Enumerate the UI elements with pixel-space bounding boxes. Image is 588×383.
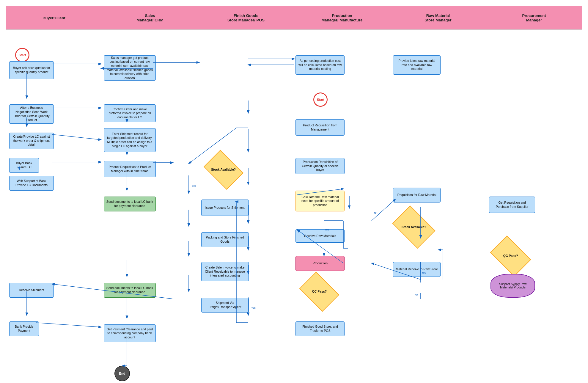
prod-req-certain-box: Production Requisition of Certain Quanit… [295, 158, 345, 174]
supplier-supply-cylinder: Supplier Sypply Raw Materials/ Products [490, 274, 535, 298]
stock-diamond2: Stock Available? [396, 214, 432, 240]
stock-diamond1: Stock Available? [207, 158, 240, 182]
shipment-via-box: Shipment Via Fraight/Transport Agent [201, 298, 249, 313]
bank-payment-box: Bank Provide Payment [9, 321, 39, 336]
sale-invoice-box: Create Sale Invoice to make Client Recei… [201, 262, 249, 281]
enter-shipment-box: Enter Shipment record for targeted produ… [104, 128, 156, 152]
after-biz-box: After a Business Negotiation Send Work O… [9, 104, 54, 124]
sales-costing-box: Sales manager get product costing based … [104, 55, 156, 81]
supplier-supply-shape: Supplier Sypply Raw Materials/ Products [490, 274, 535, 298]
lane-header-production: ProductionManager/ Manufacture [294, 6, 390, 30]
with-bank-box: With Support of Bank Provide LC Document… [9, 176, 54, 191]
req-raw-box: Requisition for Raw Material [393, 188, 441, 203]
lane-rawmat: Provide latest raw material rate and ava… [390, 30, 486, 375]
start-circle-production: Start [313, 92, 328, 107]
lane-header-sales: SalesManager/ CRM [102, 6, 198, 30]
swimlane-body: Start Buyer ask price quetion for specif… [6, 30, 582, 375]
start-circle-buyer: Start [15, 48, 29, 62]
get-req-box: Get Requisition and Purchase from Suppli… [489, 197, 535, 213]
create-lc-box: Create/Provide LC against the work order… [9, 133, 54, 149]
diagram-container: Buyer/Client SalesManager/ CRM Finish Go… [0, 0, 588, 383]
receive-raw-box: Receive Raw Materials [295, 229, 345, 243]
lane-header-rawmat: Raw MaterialStore Manager [390, 6, 486, 30]
swimlane-header-row: Buyer/Client SalesManager/ CRM Finish Go… [6, 6, 582, 30]
prod-req-mgmt-box: Product Requisition from Management [295, 119, 345, 136]
qc-diamond1-text: QC Pass? [312, 290, 327, 294]
material-receive-box: Material Receive to Raw Store [393, 262, 441, 277]
lane-buyer: Start Buyer ask price quetion for specif… [6, 30, 102, 375]
lane-header-procurement: ProcurementManager [486, 6, 582, 30]
product-req-sales-box: Product Requisition to Product Manager w… [104, 161, 156, 177]
receive-shipment-box: Receive Shipment [9, 283, 54, 298]
calc-raw-box: Calculate the Raw material need for spec… [295, 191, 345, 211]
stock-diamond1-text: Stock Available? [211, 168, 236, 172]
qc-diamond1: QC Pass? [303, 280, 336, 304]
confirm-order-box: Confirm Order and make proforma invoice … [104, 104, 156, 122]
lane-finish: Stock Available? Issue Products for Ship… [198, 30, 294, 375]
stock-diamond2-text: Stock Available? [402, 225, 426, 229]
get-payment-box: Get Payment Clearance and paid to corres… [104, 324, 156, 342]
qc-diamond2: QC Pass? [493, 244, 528, 268]
issue-products-box: Issue Products for Shipment [201, 200, 249, 216]
send-docs2-box: Send documents to local LC bank for paym… [104, 283, 156, 298]
send-docs1-box: Send documents to local LC bank for paym… [104, 197, 156, 211]
lane-header-buyer: Buyer/Client [6, 6, 102, 30]
lane-procurement: Get Requisition and Purchase from Suppli… [486, 30, 582, 375]
buyer-ask-box: Buyer ask price quetion for specific qua… [9, 61, 54, 79]
qc-diamond2-text: QC Pass? [503, 254, 518, 258]
lane-header-finish: Finish GoodsStore Manager/ POS [198, 6, 294, 30]
lane-production: As per setting production cost will be c… [294, 30, 390, 375]
production-cost-box: As per setting production cost will be c… [295, 55, 345, 75]
lane-sales: Sales manager get product costing based … [102, 30, 198, 375]
raw-provide-box: Provide latest raw material rate and ava… [393, 55, 441, 75]
production-pink-box: Production [295, 256, 345, 271]
end-circle: End [114, 366, 130, 381]
packing-box: Packing and Store Finished Goods [201, 232, 249, 247]
finished-good-box: Finished Good Store, and Trasfer to POS [295, 321, 345, 336]
bank-ensure-box: Buyer Bank Ensure LC [9, 158, 39, 173]
